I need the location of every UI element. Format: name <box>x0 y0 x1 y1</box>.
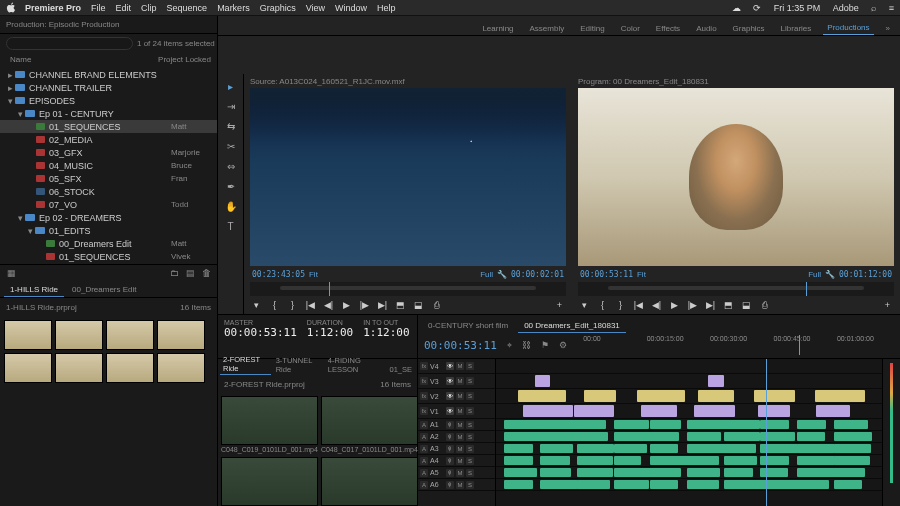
menu-markers[interactable]: Markers <box>217 3 250 13</box>
bin-thumb[interactable] <box>106 353 154 383</box>
program-scrub[interactable] <box>578 282 894 296</box>
swatch-icon[interactable]: ▦ <box>6 268 16 278</box>
button-editor-icon[interactable]: + <box>553 299 566 312</box>
selection-tool-icon[interactable]: ▸ <box>223 78 239 94</box>
bin-thumb[interactable] <box>4 353 52 383</box>
menu-graphics[interactable]: Graphics <box>260 3 296 13</box>
sync-icon[interactable]: ⟳ <box>753 3 761 13</box>
button-editor-icon[interactable]: + <box>881 299 894 312</box>
new-bin-icon[interactable]: 🗀 <box>169 268 179 278</box>
project-tree[interactable]: ▸CHANNEL BRAND ELEMENTS▸CHANNEL TRAILER▾… <box>0 66 217 264</box>
ws-tab-editing[interactable]: Editing <box>576 22 608 35</box>
source-scrub[interactable] <box>250 282 566 296</box>
export-frame-icon[interactable]: ⎙ <box>758 299 771 312</box>
mb-tab-3[interactable]: 4-RIDING LESSON <box>325 355 385 375</box>
marker-icon[interactable]: ▾ <box>578 299 591 312</box>
play-icon[interactable]: ▶ <box>668 299 681 312</box>
tree-row[interactable]: 04_MUSICBruce <box>0 159 217 172</box>
step-fwd-icon[interactable]: |▶ <box>358 299 371 312</box>
audio-track-header[interactable]: AA2🎙MS <box>418 431 495 443</box>
cloud-icon[interactable]: ☁ <box>732 3 741 13</box>
step-fwd-icon[interactable]: |▶ <box>686 299 699 312</box>
menu-view[interactable]: View <box>306 3 325 13</box>
snap-icon[interactable]: ⌖ <box>507 340 512 351</box>
wrench-icon[interactable]: 🔧 <box>497 270 507 279</box>
media-clip[interactable]: C048_C019_0101LD_001.mp4 <box>221 396 318 454</box>
search-icon[interactable]: ⌕ <box>871 3 876 13</box>
pen-tool-icon[interactable]: ✒ <box>223 178 239 194</box>
media-clip[interactable]: C048_0101LM_001.mp4 <box>321 457 418 506</box>
tree-row[interactable]: ▾EPISODES <box>0 94 217 107</box>
type-tool-icon[interactable]: T <box>223 218 239 234</box>
source-full[interactable]: Full <box>480 270 493 279</box>
bin-thumb[interactable] <box>157 353 205 383</box>
menu-window[interactable]: Window <box>335 3 367 13</box>
track-lanes[interactable] <box>496 359 882 506</box>
timeline-tab-2[interactable]: 00 Dreamers_Edit_180831 <box>518 319 626 333</box>
slip-tool-icon[interactable]: ⇔ <box>223 158 239 174</box>
audio-track-header[interactable]: AA6🎙MS <box>418 479 495 491</box>
menu-help[interactable]: Help <box>377 3 396 13</box>
mark-in-icon[interactable]: { <box>268 299 281 312</box>
ws-tab-productions[interactable]: Productions <box>823 21 873 35</box>
hand-tool-icon[interactable]: ✋ <box>223 198 239 214</box>
mb-tab-2[interactable]: 3-TUNNEL Ride <box>273 355 323 375</box>
goto-in-icon[interactable]: |◀ <box>304 299 317 312</box>
time-ruler[interactable]: 00:00 00:00:15:00 00:00:30:00 00:00:45:0… <box>577 335 894 355</box>
video-track-header[interactable]: fxV4👁MS <box>418 359 495 374</box>
tree-row[interactable]: ▾Ep 02 - DREAMERS <box>0 211 217 224</box>
audio-track-header[interactable]: AA3🎙MS <box>418 443 495 455</box>
menu-icon[interactable]: ≡ <box>889 3 894 13</box>
audio-track-header[interactable]: AA4🎙MS <box>418 455 495 467</box>
wrench-icon[interactable]: 🔧 <box>825 270 835 279</box>
ws-tab-assembly[interactable]: Assembly <box>526 22 569 35</box>
tree-row[interactable]: 03_GFXMarjorie <box>0 146 217 159</box>
tree-row[interactable]: ▾01_EDITS <box>0 224 217 237</box>
project-search-input[interactable] <box>6 37 133 50</box>
media-clip[interactable]: C048_C017_0101LD_001.mp4 <box>321 396 418 454</box>
tree-row[interactable]: ▸CHANNEL BRAND ELEMENTS <box>0 68 217 81</box>
lift-icon[interactable]: ⬒ <box>722 299 735 312</box>
ripple-tool-icon[interactable]: ⇆ <box>223 118 239 134</box>
program-full[interactable]: Full <box>808 270 821 279</box>
timeline-playhead-tc[interactable]: 00:00:53:11 <box>424 339 497 352</box>
ws-tab-learning[interactable]: Learning <box>478 22 517 35</box>
ws-tab-color[interactable]: Color <box>617 22 644 35</box>
bin-thumbnails[interactable] <box>0 316 217 506</box>
bin-thumb[interactable] <box>4 320 52 350</box>
razor-tool-icon[interactable]: ✂ <box>223 138 239 154</box>
new-item-icon[interactable]: ▤ <box>185 268 195 278</box>
tree-row[interactable]: 01_SEQUENCESMatt <box>0 120 217 133</box>
goto-in-icon[interactable]: |◀ <box>632 299 645 312</box>
mb-tab-1[interactable]: 2-FOREST Ride <box>220 354 271 375</box>
export-frame-icon[interactable]: ⎙ <box>430 299 443 312</box>
mark-out-icon[interactable]: } <box>286 299 299 312</box>
bin-thumb[interactable] <box>157 320 205 350</box>
video-track-header[interactable]: fxV3👁MS <box>418 374 495 389</box>
marker-icon[interactable]: ▾ <box>250 299 263 312</box>
timeline-tab-1[interactable]: 0-CENTURY short film <box>422 319 514 333</box>
program-tc-in[interactable]: 00:00:53:11 <box>580 270 633 279</box>
linked-selection-icon[interactable]: ⛓ <box>522 340 531 350</box>
step-back-icon[interactable]: ◀| <box>322 299 335 312</box>
bin-thumb[interactable] <box>55 353 103 383</box>
menu-file[interactable]: File <box>91 3 106 13</box>
program-frame[interactable] <box>578 88 894 266</box>
marker-add-icon[interactable]: ⚑ <box>541 340 549 350</box>
mb-tab-4[interactable]: 01_SE <box>386 364 415 375</box>
audio-track-header[interactable]: AA5🎙MS <box>418 467 495 479</box>
tree-row[interactable]: 02_MEDIA <box>0 133 217 146</box>
trash-icon[interactable]: 🗑 <box>201 268 211 278</box>
media-clip[interactable]: C048_C005_0101DL_001.mp4 <box>221 457 318 506</box>
track-select-tool-icon[interactable]: ⇥ <box>223 98 239 114</box>
menu-edit[interactable]: Edit <box>116 3 132 13</box>
bin-thumb[interactable] <box>55 320 103 350</box>
mark-in-icon[interactable]: { <box>596 299 609 312</box>
tree-row[interactable]: 07_VOTodd <box>0 198 217 211</box>
mark-out-icon[interactable]: } <box>614 299 627 312</box>
bin-tab-1[interactable]: 1-HILLS Ride <box>4 283 64 297</box>
tree-row[interactable]: 00_Dreamers EditMatt <box>0 237 217 250</box>
track-headers[interactable]: fxV4👁MSfxV3👁MSfxV2👁MSfxV1👁MSAA1🎙MSAA2🎙MS… <box>418 359 496 506</box>
ws-overflow-icon[interactable]: » <box>882 22 894 35</box>
goto-out-icon[interactable]: ▶| <box>376 299 389 312</box>
